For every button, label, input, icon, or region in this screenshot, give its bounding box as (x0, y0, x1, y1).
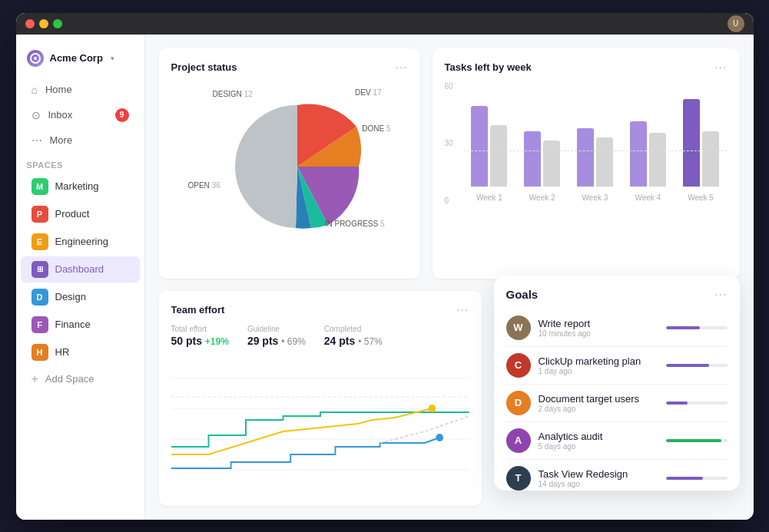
total-effort-label: Total effort (171, 325, 229, 333)
add-space-button[interactable]: + Add Space (21, 368, 140, 391)
week2-bar1 (524, 131, 541, 187)
user-avatar-title[interactable]: U (728, 15, 744, 32)
goal-info: Write report 10 minutes ago (539, 318, 658, 338)
chevron-down-icon: ▾ (111, 55, 114, 62)
marketing-icon: M (31, 178, 48, 195)
sidebar-item-home[interactable]: ⌂ Home (21, 78, 140, 101)
brand-name: Acme Corp (50, 52, 103, 64)
week2-group: Week 2 (524, 131, 560, 202)
week2-bar2 (543, 140, 560, 187)
engineering-icon: E (31, 233, 48, 250)
sidebar-item-more[interactable]: ⋯ More (21, 129, 140, 152)
tasks-week-more[interactable]: ··· (714, 61, 727, 74)
goal-item: D Document target users 2 days ago (506, 385, 728, 422)
maximize-dot[interactable] (53, 19, 62, 28)
week1-label: Week 1 (476, 193, 502, 202)
goal-progress (666, 401, 728, 405)
sidebar-item-dashboard[interactable]: ⊞ Dashboard (21, 256, 140, 283)
goal-item: C ClickUp marketing plan 1 day ago (506, 347, 728, 385)
inbox-icon: ⊙ (31, 109, 41, 121)
sidebar-item-marketing[interactable]: M Marketing (21, 173, 140, 200)
tasks-week-card: Tasks left by week ··· 60 30 0 (433, 48, 740, 279)
brand-button[interactable]: Acme Corp ▾ (16, 44, 144, 78)
finance-icon: F (31, 316, 48, 333)
pie-chart: DEV 17 DONE 5 IN PROGRESS 5 OPEN 36 DESI… (182, 82, 397, 251)
week1-group: Week 1 (471, 106, 507, 202)
goal-avatar: C (506, 353, 531, 378)
goal-avatar: T (506, 466, 531, 491)
progress-bar-fill (666, 364, 709, 367)
goal-name: Write report (539, 318, 658, 329)
sidebar-item-inbox[interactable]: ⊙ Inbox 9 (21, 103, 140, 127)
progress-bar-bg (666, 439, 728, 442)
tasks-week-title: Tasks left by week (445, 61, 532, 73)
title-bar: U (16, 13, 754, 35)
goal-info: Analytics audit 5 days ago (539, 431, 658, 451)
goal-progress (666, 477, 728, 480)
progress-bar-bg (666, 326, 728, 329)
sidebar-item-finance[interactable]: F Finance (21, 312, 140, 338)
goals-list: W Write report 10 minutes ago C ClickUp … (506, 309, 728, 497)
goal-avatar: D (506, 391, 531, 415)
space-label: Dashboard (55, 263, 104, 275)
progress-bar-bg (666, 401, 728, 405)
sidebar-item-engineering[interactable]: E Engineering (21, 229, 140, 255)
guideline-value: 29 pts • 69% (247, 335, 306, 347)
team-effort-more[interactable]: ··· (456, 303, 469, 317)
completed-label: Completed (324, 325, 383, 333)
goals-title: Goals (506, 288, 539, 301)
week1-bars (471, 106, 507, 187)
total-effort-suffix: +19% (205, 336, 229, 347)
goal-item: W Write report 10 minutes ago (506, 309, 728, 347)
sidebar-item-hr[interactable]: H HR (21, 339, 140, 365)
week4-bars (630, 121, 666, 187)
pie-label-dev: DEV 17 (355, 88, 381, 97)
more-icon: ⋯ (31, 134, 42, 147)
add-space-label: Add Space (45, 373, 94, 385)
sidebar-item-design[interactable]: D Design (21, 284, 140, 310)
week3-bar2 (596, 137, 613, 187)
home-icon: ⌂ (31, 84, 38, 96)
week1-bar1 (471, 106, 488, 187)
week5-bar1 (683, 99, 700, 187)
goal-item: T Task View Redesign 14 days ago (506, 460, 728, 497)
goal-info: ClickUp marketing plan 1 day ago (539, 355, 658, 375)
goal-time: 10 minutes ago (539, 329, 658, 338)
progress-bar-fill (666, 477, 703, 480)
space-label: Engineering (55, 236, 108, 247)
brand-icon (27, 50, 44, 67)
bottom-row: Team effort ··· Total effort 50 pts +19% (159, 291, 740, 506)
goals-more[interactable]: ··· (714, 288, 727, 302)
minimize-dot[interactable] (39, 19, 48, 28)
goal-info: Task View Redesign 14 days ago (539, 468, 658, 488)
week4-bar2 (649, 133, 666, 187)
plus-icon: + (31, 372, 38, 386)
project-status-more[interactable]: ··· (395, 61, 407, 74)
space-label: Design (55, 291, 86, 302)
guideline-label: Guideline (247, 325, 306, 333)
pie-label-design: DESIGN 12 (213, 90, 253, 98)
close-dot[interactable] (25, 19, 35, 28)
completed-suffix: • 57% (358, 336, 383, 347)
main-layout: Acme Corp ▾ ⌂ Home ⊙ Inbox 9 ⋯ More Spac… (16, 13, 754, 520)
week2-label: Week 2 (529, 193, 555, 202)
effort-stat-completed: Completed 24 pts • 57% (324, 325, 383, 347)
bar-chart-wrap: 60 30 0 (445, 82, 728, 220)
effort-stat-guideline: Guideline 29 pts • 69% (247, 325, 306, 347)
week1-bar2 (490, 125, 507, 187)
pie-open (234, 104, 297, 227)
progress-bar-bg (666, 477, 728, 480)
space-label: HR (55, 346, 70, 358)
pie-label-done: DONE 5 (362, 124, 390, 133)
goal-name: ClickUp marketing plan (539, 355, 658, 367)
goals-header: Goals ··· (506, 288, 728, 302)
goal-avatar: A (506, 428, 531, 453)
sidebar-item-product[interactable]: P Product (21, 201, 140, 227)
guideline (463, 150, 728, 151)
goals-card: Goals ··· W Write report 10 minutes ago … (494, 276, 740, 491)
pie-label-inprogress: IN PROGRESS 5 (325, 220, 385, 228)
week3-label: Week 3 (582, 193, 608, 202)
pie-label-open: OPEN 36 (188, 181, 220, 190)
progress-bar-fill (666, 326, 700, 329)
yellow-marker (428, 405, 436, 412)
